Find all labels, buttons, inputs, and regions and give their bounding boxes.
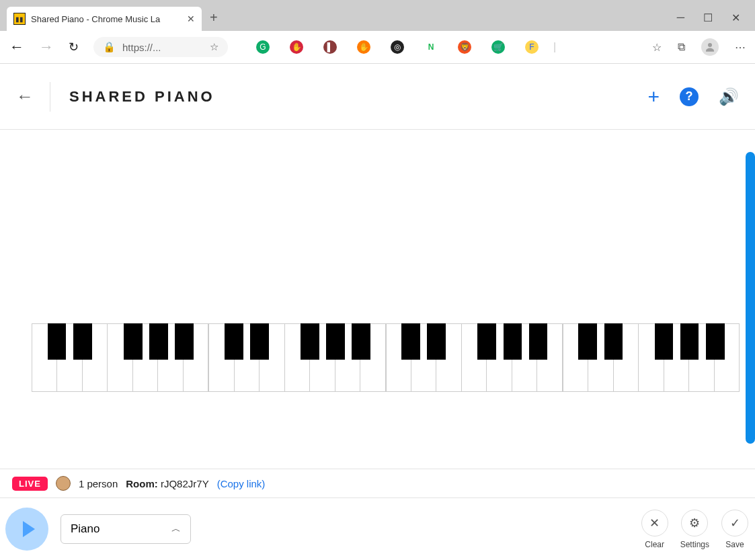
nav-refresh-icon[interactable]: ↻ — [69, 40, 79, 54]
status-bar: LIVE 1 person Room: rJQ82Jr7Y (Copy link… — [0, 469, 755, 498]
clear-label: Clear — [645, 540, 664, 549]
help-icon[interactable]: ? — [680, 87, 699, 106]
address-bar[interactable]: 🔒 https://... ☆ — [93, 37, 228, 57]
room-id: rJQ82Jr7Y — [161, 478, 209, 489]
tab-favicon-icon: ▮▮ — [13, 13, 26, 25]
bottom-controls: Piano ︿ ✕ Clear ⚙ Settings ✓ Save — [0, 498, 755, 560]
play-icon — [23, 521, 35, 537]
address-url: https://... — [122, 42, 161, 53]
extension-brave-icon[interactable]: 🦁 — [458, 40, 471, 54]
tab-close-icon[interactable]: ✕ — [187, 13, 195, 24]
extension-netflix-icon[interactable]: N — [424, 40, 438, 54]
clear-button[interactable]: ✕ — [641, 510, 668, 536]
favorites-icon[interactable]: ☆ — [652, 41, 662, 54]
scrollbar-thumb[interactable] — [746, 152, 755, 444]
volume-icon[interactable]: 🔊 — [719, 87, 739, 106]
black-key[interactable] — [504, 323, 522, 360]
profile-avatar-icon[interactable] — [701, 38, 719, 56]
app-header: ← SHARED PIANO + ? 🔊 — [0, 64, 755, 130]
black-key[interactable] — [427, 323, 446, 360]
room-label: Room: — [126, 478, 158, 489]
nav-forward-icon[interactable]: → — [39, 38, 54, 56]
nav-back-icon[interactable]: ← — [9, 38, 24, 56]
live-badge: LIVE — [12, 477, 48, 491]
piano-stage — [0, 130, 755, 469]
browser-toolbar: ← → ↻ 🔒 https://... ☆ G✋▌✋◎N🦁🛒F | ☆ ⧉ ⋯ — [0, 31, 755, 64]
black-key[interactable] — [250, 323, 269, 360]
extension-target-icon[interactable]: ◎ — [391, 40, 404, 54]
extension-flipkart-icon[interactable]: F — [525, 40, 539, 54]
extension-adblock-icon[interactable]: ✋ — [290, 40, 303, 54]
chevron-up-icon: ︿ — [171, 523, 181, 535]
copy-link[interactable]: (Copy link) — [217, 478, 266, 489]
person-avatar-icon — [56, 476, 71, 491]
black-key[interactable] — [680, 323, 699, 360]
black-key[interactable] — [706, 323, 725, 360]
people-count: 1 person — [79, 478, 118, 489]
extension-cart-icon[interactable]: 🛒 — [491, 40, 505, 54]
settings-label: Settings — [680, 540, 709, 549]
black-key[interactable] — [301, 323, 319, 360]
black-key[interactable] — [225, 323, 243, 360]
black-key[interactable] — [578, 323, 597, 360]
app-title: SHARED PIANO — [69, 88, 215, 106]
piano-keyboard[interactable] — [32, 323, 740, 392]
svg-point-0 — [708, 43, 712, 47]
settings-button[interactable]: ⚙ — [681, 510, 708, 536]
favorite-star-icon[interactable]: ☆ — [210, 41, 218, 53]
instrument-select[interactable]: Piano ︿ — [61, 514, 191, 544]
black-key[interactable] — [175, 323, 194, 360]
lock-icon: 🔒 — [103, 41, 116, 53]
maximize-icon[interactable]: ☐ — [703, 11, 713, 24]
black-key[interactable] — [326, 323, 345, 360]
black-key[interactable] — [401, 323, 420, 360]
collections-icon[interactable]: ⧉ — [678, 41, 685, 53]
window-controls: ─ ☐ ✕ — [677, 11, 755, 31]
play-button[interactable] — [5, 508, 48, 551]
extension-books-icon[interactable]: ▌ — [323, 40, 337, 54]
new-room-icon[interactable]: + — [647, 85, 660, 108]
black-key[interactable] — [529, 323, 548, 360]
extension-puppet-icon[interactable]: ✋ — [357, 40, 370, 54]
new-tab-button[interactable]: + — [210, 10, 218, 26]
instrument-label: Piano — [71, 522, 100, 536]
minimize-icon[interactable]: ─ — [677, 11, 684, 24]
black-key[interactable] — [604, 323, 623, 360]
black-key[interactable] — [655, 323, 674, 360]
save-label: Save — [725, 540, 744, 549]
extension-icons: G✋▌✋◎N🦁🛒F — [256, 40, 539, 54]
black-key[interactable] — [477, 323, 496, 360]
browser-menu-icon[interactable]: ⋯ — [735, 41, 746, 54]
black-key[interactable] — [73, 323, 92, 360]
black-key[interactable] — [352, 323, 370, 360]
black-key[interactable] — [48, 323, 67, 360]
black-key[interactable] — [149, 323, 168, 360]
save-button[interactable]: ✓ — [721, 510, 748, 536]
browser-tab[interactable]: ▮▮ Shared Piano - Chrome Music La ✕ — [7, 7, 202, 31]
close-window-icon[interactable]: ✕ — [731, 11, 740, 24]
tab-title: Shared Piano - Chrome Music La — [31, 14, 182, 24]
browser-tab-strip: ▮▮ Shared Piano - Chrome Music La ✕ + ─ … — [0, 0, 755, 31]
app-back-icon[interactable]: ← — [16, 86, 34, 107]
black-key[interactable] — [124, 323, 143, 360]
extension-grammarly-icon[interactable]: G — [256, 40, 270, 54]
